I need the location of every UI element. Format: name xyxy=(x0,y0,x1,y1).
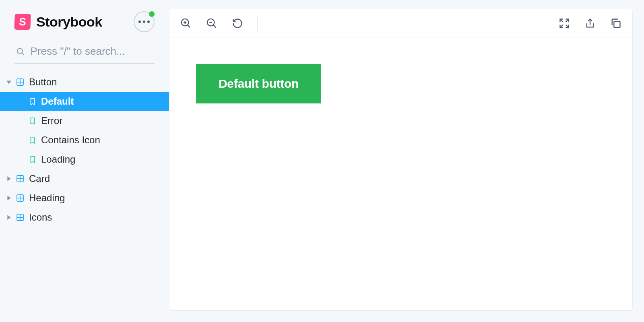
component-label: Heading xyxy=(29,192,65,204)
search-field[interactable] xyxy=(14,42,155,64)
story-label: Error xyxy=(41,115,62,126)
story-label: Default xyxy=(41,96,74,107)
canvas: Default button xyxy=(169,9,633,311)
component-label: Card xyxy=(29,173,50,184)
demo-default-button[interactable]: Default button xyxy=(196,64,321,103)
zoom-out-icon xyxy=(206,18,217,29)
svg-marker-2 xyxy=(6,80,11,84)
reset-zoom-button[interactable] xyxy=(231,17,244,29)
zoom-out-button[interactable] xyxy=(206,17,218,29)
copy-icon xyxy=(610,18,621,29)
svg-line-1 xyxy=(22,53,23,54)
preview-area: Default button xyxy=(169,37,632,310)
ellipsis-icon xyxy=(138,21,150,23)
brand-name: Storybook xyxy=(36,14,102,30)
share-icon xyxy=(584,18,596,29)
fullscreen-button[interactable] xyxy=(558,17,570,29)
sidebar: S Storybook ButtonDefaultErrorContains I… xyxy=(0,0,169,322)
refresh-icon xyxy=(232,18,243,29)
story-label: Contains Icon xyxy=(41,134,100,146)
story-row-loading[interactable]: Loading xyxy=(0,150,169,169)
story-label: Loading xyxy=(41,154,75,165)
svg-line-23 xyxy=(213,25,216,27)
story-row-contains-icon[interactable]: Contains Icon xyxy=(0,130,169,150)
svg-marker-10 xyxy=(7,196,10,200)
brand[interactable]: S Storybook xyxy=(14,14,102,30)
fullscreen-icon xyxy=(559,18,570,29)
component-label: Icons xyxy=(29,212,52,223)
component-row-card[interactable]: Card xyxy=(0,169,169,188)
main-panel: Default button xyxy=(169,0,644,322)
search-input[interactable] xyxy=(31,45,155,58)
svg-rect-30 xyxy=(614,21,620,27)
component-row-button[interactable]: Button xyxy=(0,72,169,92)
main-menu-button[interactable] xyxy=(134,11,155,32)
svg-point-0 xyxy=(17,48,23,54)
brand-header: S Storybook xyxy=(0,11,169,42)
search-icon xyxy=(16,47,25,56)
story-row-error[interactable]: Error xyxy=(0,111,169,130)
component-row-heading[interactable]: Heading xyxy=(0,188,169,208)
story-row-default[interactable]: Default xyxy=(0,92,169,111)
component-label: Button xyxy=(29,76,57,88)
copy-link-button[interactable] xyxy=(610,17,622,29)
canvas-toolbar xyxy=(169,9,632,37)
component-tree: ButtonDefaultErrorContains IconLoadingCa… xyxy=(0,72,169,227)
svg-marker-6 xyxy=(7,176,10,181)
storybook-logo-icon: S xyxy=(14,14,31,30)
zoom-in-icon xyxy=(180,18,192,29)
toolbar-divider xyxy=(257,16,258,31)
svg-line-19 xyxy=(188,25,190,27)
component-row-icons[interactable]: Icons xyxy=(0,208,169,227)
open-new-window-button[interactable] xyxy=(584,17,596,29)
zoom-in-button[interactable] xyxy=(180,17,192,29)
svg-marker-14 xyxy=(7,215,10,220)
